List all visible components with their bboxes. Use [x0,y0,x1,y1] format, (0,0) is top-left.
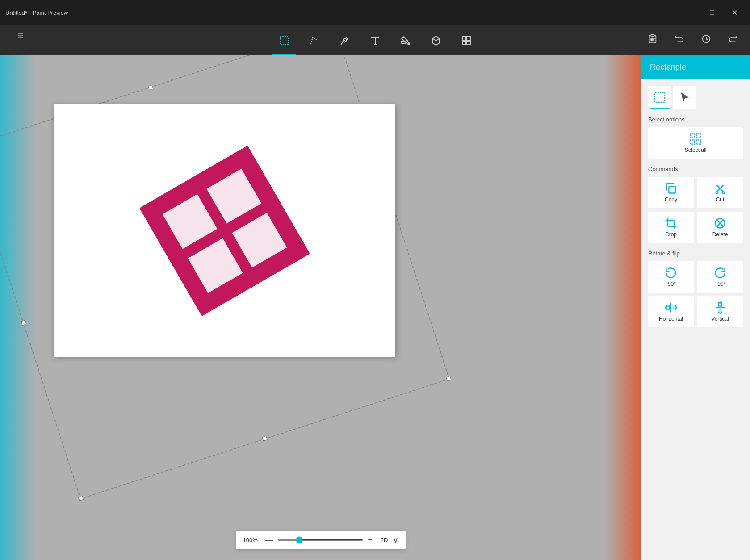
history-button[interactable] [695,29,718,52]
tool-rectangle[interactable] [269,29,299,55]
select-options-label: Select options [648,116,743,123]
svg-rect-5 [467,41,470,45]
flip-vertical-button[interactable]: Vertical [697,296,743,327]
svg-rect-4 [462,41,466,45]
tool-text[interactable] [360,29,390,55]
rotate-ccw-icon [665,267,677,279]
svg-rect-19 [696,134,700,138]
rotate-flip-label: Rotate & flip [648,250,743,257]
zoom-percentage: 100% [243,537,261,543]
canvas-paper [54,104,395,357]
app-title: Untitled* - Paint Preview [5,9,68,16]
flip-horizontal-button[interactable]: Horizontal [648,296,694,327]
history-icon [701,34,711,44]
svg-rect-8 [651,40,653,41]
flip-vertical-label: Vertical [711,316,729,322]
rectangle-icon [279,35,289,46]
svg-rect-28 [666,306,670,309]
fill-icon [400,35,411,46]
3d-icon [431,35,441,46]
panel-cursor-icon [679,92,691,103]
svg-rect-6 [651,35,654,37]
svg-rect-18 [690,134,694,138]
panel-rectangle-icon [654,92,666,103]
delete-button[interactable]: Delete [697,212,743,243]
svg-rect-21 [696,140,700,144]
rotate-ccw-button[interactable]: -90° [648,261,694,293]
zoom-plus-button[interactable]: + [368,535,373,545]
tool-freeform[interactable] [299,29,330,55]
rotate-cw-icon [714,267,726,279]
bg-gradient-right [605,55,641,560]
cut-icon [714,182,726,195]
commands-label: Commands [648,166,743,172]
paste-icon [648,34,658,44]
svg-rect-3 [467,37,470,40]
windows-logo-svg [139,145,310,316]
rotate-ccw-label: -90° [666,281,676,287]
svg-rect-31 [719,309,722,313]
crop-label: Crop [665,231,677,238]
brush-icon [339,35,350,46]
main-content: 100% — + 2D ∨ Rectangle [0,55,750,560]
menu-button[interactable]: ≡ [5,23,36,50]
zoom-mode: 2D [381,537,388,543]
redo-icon [728,34,738,44]
delete-label: Delete [712,231,728,238]
panel-header: Rectangle [641,55,750,79]
minimize-button[interactable]: — [679,5,700,20]
close-button[interactable]: ✕ [724,5,745,20]
zoom-slider[interactable] [278,539,364,541]
handle-tm[interactable] [148,85,154,91]
crop-button[interactable]: Crop [648,212,694,243]
zoom-bar: 100% — + 2D ∨ [236,531,406,549]
select-all-label: Select all [685,147,707,153]
svg-rect-2 [462,37,466,40]
zoom-dropdown-button[interactable]: ∨ [393,535,398,545]
select-all-button[interactable]: Select all [648,127,743,159]
toolbar: ≡ [0,25,750,55]
flip-h-icon [665,301,677,314]
commands-grid: Copy Cut Crop [648,177,743,243]
paste-button[interactable] [641,29,664,52]
tool-stickers[interactable] [451,29,482,55]
tool-3d[interactable] [421,29,451,55]
panel-mode-row [648,86,743,109]
rotate-cw-label: +90° [714,281,725,287]
copy-icon [665,182,677,195]
zoom-minus-button[interactable]: — [265,535,273,545]
flip-v-icon [714,301,726,314]
cut-button[interactable]: Cut [697,177,743,208]
mode-cursor[interactable] [673,86,696,109]
tool-fill[interactable] [390,29,421,55]
handle-br[interactable] [446,376,452,382]
freeform-icon [309,35,320,46]
svg-rect-7 [651,38,654,39]
panel-title: Rectangle [650,63,686,72]
redo-button[interactable] [721,29,745,52]
maximize-button[interactable]: □ [702,5,722,20]
menu-icon: ≡ [18,29,24,41]
svg-rect-20 [690,140,694,144]
delete-icon [714,217,726,230]
undo-icon [675,34,684,44]
handle-bm[interactable] [262,435,268,441]
handle-ml[interactable] [21,320,27,326]
right-panel: Rectangle Select options [641,55,750,560]
canvas-image [139,145,310,316]
canvas-area[interactable]: 100% — + 2D ∨ [0,55,641,560]
title-bar: Untitled* - Paint Preview — □ ✕ [0,0,750,25]
select-all-icon [689,133,702,145]
tool-brush[interactable] [330,29,360,55]
svg-rect-0 [280,37,288,45]
stickers-icon [461,35,472,46]
copy-button[interactable]: Copy [648,177,694,208]
flip-horizontal-label: Horizontal [659,316,683,322]
handle-bl[interactable] [78,495,84,501]
undo-button[interactable] [668,29,691,52]
panel-body: Select options Select all Commands [641,79,750,560]
svg-rect-30 [719,303,722,306]
crop-icon [665,217,677,230]
mode-rectangle-select[interactable] [648,86,671,109]
rotate-cw-button[interactable]: +90° [697,261,743,293]
